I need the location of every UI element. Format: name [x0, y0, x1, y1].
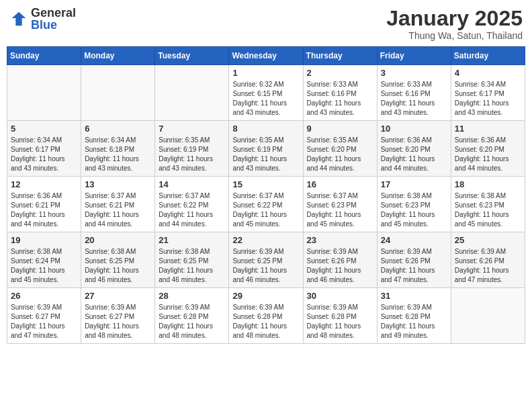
calendar-cell: 10Sunrise: 6:36 AM Sunset: 6:20 PM Dayli…: [377, 121, 451, 177]
day-number: 19: [11, 235, 77, 245]
day-number: 13: [85, 179, 151, 189]
calendar-cell: 21Sunrise: 6:38 AM Sunset: 6:25 PM Dayli…: [155, 232, 229, 288]
day-info: Sunrise: 6:39 AM Sunset: 6:26 PM Dayligh…: [455, 247, 521, 285]
day-info: Sunrise: 6:39 AM Sunset: 6:26 PM Dayligh…: [307, 247, 373, 285]
calendar-cell: 28Sunrise: 6:39 AM Sunset: 6:28 PM Dayli…: [155, 288, 229, 344]
calendar-cell: 4Sunrise: 6:34 AM Sunset: 6:17 PM Daylig…: [451, 65, 525, 121]
day-number: 3: [381, 68, 447, 78]
day-number: 6: [85, 124, 151, 134]
calendar-week-row: 12Sunrise: 6:36 AM Sunset: 6:21 PM Dayli…: [7, 177, 525, 232]
day-number: 11: [455, 124, 521, 134]
title-block: January 2025 Thung Wa, Satun, Thailand: [386, 7, 523, 41]
logo-blue: Blue: [31, 18, 57, 32]
calendar-cell: 24Sunrise: 6:39 AM Sunset: 6:26 PM Dayli…: [377, 232, 451, 288]
weekday-header: Monday: [81, 47, 155, 65]
day-info: Sunrise: 6:33 AM Sunset: 6:16 PM Dayligh…: [307, 80, 373, 118]
logo-text: General Blue: [31, 7, 76, 31]
calendar-week-row: 1Sunrise: 6:32 AM Sunset: 6:15 PM Daylig…: [7, 65, 525, 121]
calendar-cell: 29Sunrise: 6:39 AM Sunset: 6:28 PM Dayli…: [229, 288, 303, 344]
weekday-header: Thursday: [303, 47, 377, 65]
calendar-cell: 6Sunrise: 6:34 AM Sunset: 6:18 PM Daylig…: [81, 121, 155, 177]
day-number: 10: [381, 124, 447, 134]
day-info: Sunrise: 6:35 AM Sunset: 6:19 PM Dayligh…: [159, 136, 225, 173]
day-number: 14: [159, 179, 225, 189]
logo: General Blue: [9, 7, 76, 31]
day-number: 17: [381, 179, 447, 189]
logo-general: General: [31, 6, 76, 19]
day-number: 21: [159, 235, 225, 245]
day-number: 31: [381, 291, 447, 301]
weekday-header-row: SundayMondayTuesdayWednesdayThursdayFrid…: [7, 47, 525, 65]
calendar-week-row: 5Sunrise: 6:34 AM Sunset: 6:17 PM Daylig…: [7, 121, 525, 177]
calendar-subtitle: Thung Wa, Satun, Thailand: [386, 30, 523, 41]
day-info: Sunrise: 6:38 AM Sunset: 6:23 PM Dayligh…: [455, 191, 521, 229]
day-number: 18: [455, 179, 521, 189]
day-info: Sunrise: 6:39 AM Sunset: 6:25 PM Dayligh…: [232, 247, 299, 285]
calendar-cell: [81, 65, 155, 121]
calendar-week-row: 19Sunrise: 6:38 AM Sunset: 6:24 PM Dayli…: [7, 232, 525, 288]
calendar-cell: 12Sunrise: 6:36 AM Sunset: 6:21 PM Dayli…: [7, 177, 81, 232]
calendar-cell: 19Sunrise: 6:38 AM Sunset: 6:24 PM Dayli…: [7, 232, 81, 288]
day-info: Sunrise: 6:36 AM Sunset: 6:21 PM Dayligh…: [11, 191, 77, 229]
calendar-cell: 15Sunrise: 6:37 AM Sunset: 6:22 PM Dayli…: [229, 177, 303, 232]
day-info: Sunrise: 6:39 AM Sunset: 6:27 PM Dayligh…: [11, 303, 77, 340]
day-info: Sunrise: 6:37 AM Sunset: 6:22 PM Dayligh…: [159, 191, 225, 229]
day-number: 7: [159, 124, 225, 134]
day-number: 9: [307, 124, 373, 134]
day-number: 24: [381, 235, 447, 245]
day-info: Sunrise: 6:39 AM Sunset: 6:28 PM Dayligh…: [232, 303, 299, 340]
day-number: 8: [232, 124, 299, 134]
page-header: General Blue January 2025 Thung Wa, Satu…: [7, 7, 525, 41]
day-info: Sunrise: 6:37 AM Sunset: 6:21 PM Dayligh…: [85, 191, 151, 229]
day-number: 22: [232, 235, 299, 245]
day-info: Sunrise: 6:39 AM Sunset: 6:26 PM Dayligh…: [381, 247, 447, 285]
day-number: 26: [11, 291, 77, 301]
calendar-cell: 18Sunrise: 6:38 AM Sunset: 6:23 PM Dayli…: [451, 177, 525, 232]
day-number: 16: [307, 179, 373, 189]
weekday-header: Tuesday: [155, 47, 229, 65]
calendar-cell: 7Sunrise: 6:35 AM Sunset: 6:19 PM Daylig…: [155, 121, 229, 177]
day-info: Sunrise: 6:37 AM Sunset: 6:22 PM Dayligh…: [232, 191, 299, 229]
day-info: Sunrise: 6:33 AM Sunset: 6:16 PM Dayligh…: [381, 80, 447, 118]
day-number: 29: [232, 291, 299, 301]
day-info: Sunrise: 6:38 AM Sunset: 6:25 PM Dayligh…: [85, 247, 151, 285]
day-number: 30: [307, 291, 373, 301]
calendar-cell: [155, 65, 229, 121]
day-info: Sunrise: 6:35 AM Sunset: 6:19 PM Dayligh…: [232, 136, 299, 173]
weekday-header: Saturday: [451, 47, 525, 65]
day-info: Sunrise: 6:37 AM Sunset: 6:23 PM Dayligh…: [307, 191, 373, 229]
day-number: 28: [159, 291, 225, 301]
calendar-cell: 9Sunrise: 6:35 AM Sunset: 6:20 PM Daylig…: [303, 121, 377, 177]
calendar-week-row: 26Sunrise: 6:39 AM Sunset: 6:27 PM Dayli…: [7, 288, 525, 344]
calendar-cell: 3Sunrise: 6:33 AM Sunset: 6:16 PM Daylig…: [377, 65, 451, 121]
calendar-title: January 2025: [386, 7, 523, 30]
calendar-cell: 31Sunrise: 6:39 AM Sunset: 6:28 PM Dayli…: [377, 288, 451, 344]
weekday-header: Wednesday: [229, 47, 303, 65]
calendar-cell: 1Sunrise: 6:32 AM Sunset: 6:15 PM Daylig…: [229, 65, 303, 121]
day-info: Sunrise: 6:32 AM Sunset: 6:15 PM Dayligh…: [232, 80, 299, 118]
day-info: Sunrise: 6:39 AM Sunset: 6:28 PM Dayligh…: [381, 303, 447, 340]
day-info: Sunrise: 6:34 AM Sunset: 6:17 PM Dayligh…: [455, 80, 521, 118]
calendar-cell: 11Sunrise: 6:36 AM Sunset: 6:20 PM Dayli…: [451, 121, 525, 177]
day-info: Sunrise: 6:35 AM Sunset: 6:20 PM Dayligh…: [307, 136, 373, 173]
calendar-cell: 25Sunrise: 6:39 AM Sunset: 6:26 PM Dayli…: [451, 232, 525, 288]
calendar-cell: 8Sunrise: 6:35 AM Sunset: 6:19 PM Daylig…: [229, 121, 303, 177]
day-info: Sunrise: 6:34 AM Sunset: 6:17 PM Dayligh…: [11, 136, 77, 173]
day-number: 20: [85, 235, 151, 245]
calendar-cell: 22Sunrise: 6:39 AM Sunset: 6:25 PM Dayli…: [229, 232, 303, 288]
day-number: 15: [232, 179, 299, 189]
day-info: Sunrise: 6:38 AM Sunset: 6:24 PM Dayligh…: [11, 247, 77, 285]
calendar-cell: 17Sunrise: 6:38 AM Sunset: 6:23 PM Dayli…: [377, 177, 451, 232]
day-info: Sunrise: 6:36 AM Sunset: 6:20 PM Dayligh…: [455, 136, 521, 173]
calendar-cell: 5Sunrise: 6:34 AM Sunset: 6:17 PM Daylig…: [7, 121, 81, 177]
logo-icon: [9, 9, 28, 28]
day-number: 25: [455, 235, 521, 245]
day-number: 12: [11, 179, 77, 189]
calendar-cell: 27Sunrise: 6:39 AM Sunset: 6:27 PM Dayli…: [81, 288, 155, 344]
calendar-cell: 14Sunrise: 6:37 AM Sunset: 6:22 PM Dayli…: [155, 177, 229, 232]
calendar-cell: [451, 288, 525, 344]
day-number: 2: [307, 68, 373, 78]
day-info: Sunrise: 6:39 AM Sunset: 6:28 PM Dayligh…: [159, 303, 225, 340]
calendar-table: SundayMondayTuesdayWednesdayThursdayFrid…: [7, 46, 525, 344]
day-number: 4: [455, 68, 521, 78]
